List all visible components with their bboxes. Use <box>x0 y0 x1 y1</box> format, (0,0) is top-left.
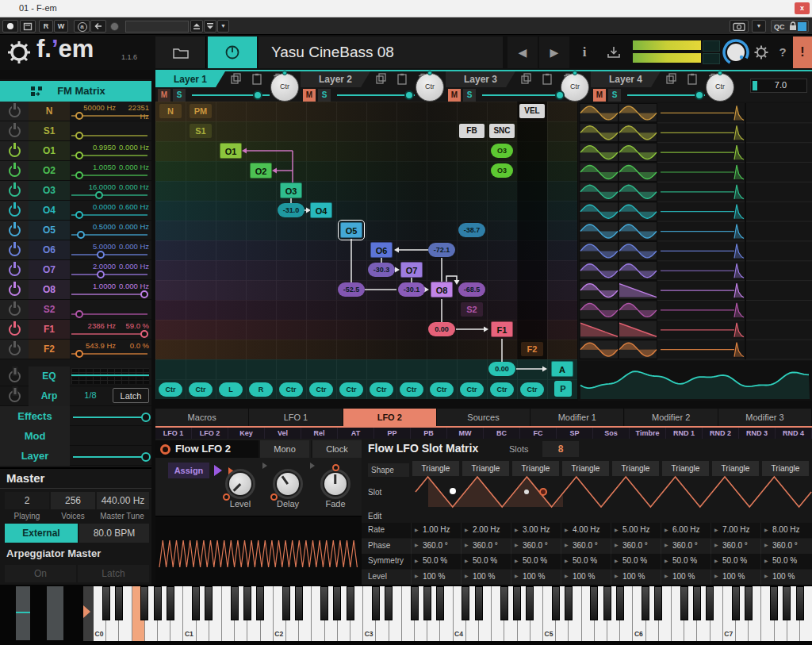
matrix-ctr-pill-0[interactable]: Ctr <box>159 382 182 397</box>
matrix-ctr-pill-12[interactable]: Ctr <box>520 382 544 397</box>
paste-layer-icon[interactable] <box>686 73 699 86</box>
tab-modifier-1[interactable]: Modifier 1 <box>530 409 624 426</box>
F1-label-cell[interactable]: F1 <box>29 320 70 339</box>
phase-value-2[interactable]: ▶360.0 ° <box>461 539 511 554</box>
black-key[interactable] <box>654 586 662 620</box>
black-key[interactable] <box>140 586 148 620</box>
voices-value[interactable]: 256 <box>51 492 95 509</box>
black-key[interactable] <box>552 586 560 620</box>
copy-layer-icon[interactable] <box>230 73 243 86</box>
O4-slider-handle[interactable] <box>75 211 83 219</box>
layer-solo-button[interactable]: S <box>173 89 186 102</box>
lfo-assign-button[interactable]: Assign <box>168 463 209 478</box>
level-value-8[interactable]: ▶100 % <box>760 570 810 585</box>
O6-power-icon[interactable] <box>9 244 21 256</box>
automation-read-button[interactable]: R <box>39 20 53 33</box>
F1-ratio-value[interactable]: 2386 Hz <box>70 321 116 330</box>
O3-slider-handle[interactable] <box>95 191 103 199</box>
O3-label-cell[interactable]: O3 <box>29 181 70 200</box>
layer-level-handle[interactable] <box>555 90 565 100</box>
arp-power-icon[interactable] <box>9 390 21 402</box>
black-key[interactable] <box>732 586 740 620</box>
black-key[interactable] <box>500 586 508 620</box>
source-tab-rnd-3[interactable]: RND 3 <box>739 428 776 439</box>
matrix-node-O4[interactable]: O4 <box>310 202 332 218</box>
effects-slider-handle[interactable] <box>141 413 151 422</box>
layer-slider-handle[interactable] <box>141 452 151 462</box>
level-value-5[interactable]: ▶100 % <box>611 570 661 585</box>
O1-ratio-value[interactable]: 0.9950 <box>70 143 116 152</box>
tab-modifier-2[interactable]: Modifier 2 <box>625 409 718 426</box>
N-label-cell[interactable]: N <box>29 102 70 121</box>
matrix-ctr-pill-2[interactable]: L <box>219 382 243 397</box>
S1-power-icon[interactable] <box>9 125 21 137</box>
matrix-node-O6[interactable]: O6 <box>370 242 393 258</box>
slot-waveform-editor[interactable] <box>411 474 812 511</box>
fm-matrix-header[interactable]: FM Matrix <box>0 81 151 102</box>
black-key[interactable] <box>616 586 624 620</box>
arp-rate-value[interactable]: 1/8 <box>76 390 105 400</box>
matrix-ctr-pill-11[interactable]: Ctr <box>490 382 514 397</box>
fm-matrix-grid[interactable]: NPMS1VELFBSNCO1O2O3O4O5O6O7O8S2F1F2APO3O… <box>155 102 577 399</box>
tab-macros[interactable]: Macros <box>155 409 249 426</box>
matrix-ctr-pill-1[interactable]: Ctr <box>189 382 213 397</box>
O4-label-cell[interactable]: O4 <box>29 201 70 220</box>
layer-slider-track[interactable] <box>73 456 147 458</box>
effects-button[interactable]: Effects <box>0 406 70 426</box>
phase-value-8[interactable]: ▶360.0 ° <box>760 539 810 554</box>
arp-latch-button[interactable]: Latch <box>113 388 149 403</box>
layer-level-track[interactable] <box>482 94 560 96</box>
layer-solo-button[interactable]: S <box>318 89 331 102</box>
preset-browser-button[interactable] <box>155 36 206 68</box>
symmetry-value-2[interactable]: ▶50.0 % <box>461 554 511 569</box>
compare-button[interactable] <box>20 20 36 33</box>
close-icon[interactable]: x <box>795 2 810 14</box>
phase-value-6[interactable]: ▶360.0 ° <box>661 539 710 554</box>
alert-button[interactable]: ! <box>793 36 812 68</box>
O7-slider-track[interactable] <box>71 274 147 275</box>
layer-mute-button[interactable]: M <box>303 89 316 102</box>
black-key[interactable] <box>167 586 174 620</box>
symmetry-value-7[interactable]: ▶50.0 % <box>710 554 760 569</box>
O6-ratio-value[interactable]: 5.0000 <box>70 242 116 251</box>
info-button[interactable]: i <box>571 36 598 68</box>
delay-knob[interactable] <box>277 473 299 495</box>
O8-label-cell[interactable]: O8 <box>29 280 70 299</box>
layer-level-track[interactable] <box>337 94 415 96</box>
source-tab-rnd-2[interactable]: RND 2 <box>703 428 739 439</box>
F1-offset-value[interactable]: 59.0 % <box>117 321 149 330</box>
O2-ratio-value[interactable]: 1.0050 <box>70 163 116 171</box>
matrix-mod-pill[interactable]: -52.5 <box>338 282 365 297</box>
matrix-mod-pill[interactable]: -38.7 <box>458 223 485 237</box>
layer-level-handle[interactable] <box>253 90 262 100</box>
phase-value-3[interactable]: ▶360.0 ° <box>511 539 561 554</box>
black-key[interactable] <box>115 586 123 620</box>
N-power-icon[interactable] <box>9 106 21 117</box>
black-key[interactable] <box>243 586 251 620</box>
preset-edit-button[interactable] <box>208 36 257 68</box>
matrix-node-A[interactable]: A <box>551 361 573 377</box>
mod-button[interactable]: Mod <box>0 426 70 446</box>
rate-value-8[interactable]: ▶8.00 Hz <box>760 523 810 538</box>
O3-slider-track[interactable] <box>71 194 147 196</box>
arp-button[interactable]: Arp <box>29 386 70 406</box>
F2-slider-handle[interactable] <box>75 350 83 358</box>
rate-value-5[interactable]: ▶5.00 Hz <box>611 523 661 538</box>
symmetry-value-6[interactable]: ▶50.0 % <box>661 554 710 569</box>
layer-level-handle[interactable] <box>404 90 414 100</box>
matrix-mod-pill[interactable]: O3 <box>491 144 513 158</box>
S2-label-cell[interactable]: S2 <box>29 300 70 319</box>
matrix-ctr-pill-6[interactable]: Ctr <box>339 382 363 397</box>
next-program-button[interactable] <box>204 20 216 33</box>
F1-slider-track[interactable] <box>71 333 147 335</box>
matrix-node-O8[interactable]: O8 <box>431 282 453 298</box>
layer-tab-1[interactable]: Layer 1 <box>155 71 225 87</box>
bypass-button[interactable] <box>2 20 18 33</box>
O6-offset-value[interactable]: 0.000 Hz <box>117 242 149 251</box>
tab-lfo-2[interactable]: LFO 2 <box>343 409 437 426</box>
matrix-mod-pill[interactable]: 0.00 <box>488 362 515 376</box>
black-key[interactable] <box>590 586 598 620</box>
rate-value-6[interactable]: ▶6.00 Hz <box>661 523 710 538</box>
N-slider-handle[interactable] <box>75 112 83 120</box>
preset-name-field[interactable]: Yasu CineBass 08 <box>259 36 503 68</box>
